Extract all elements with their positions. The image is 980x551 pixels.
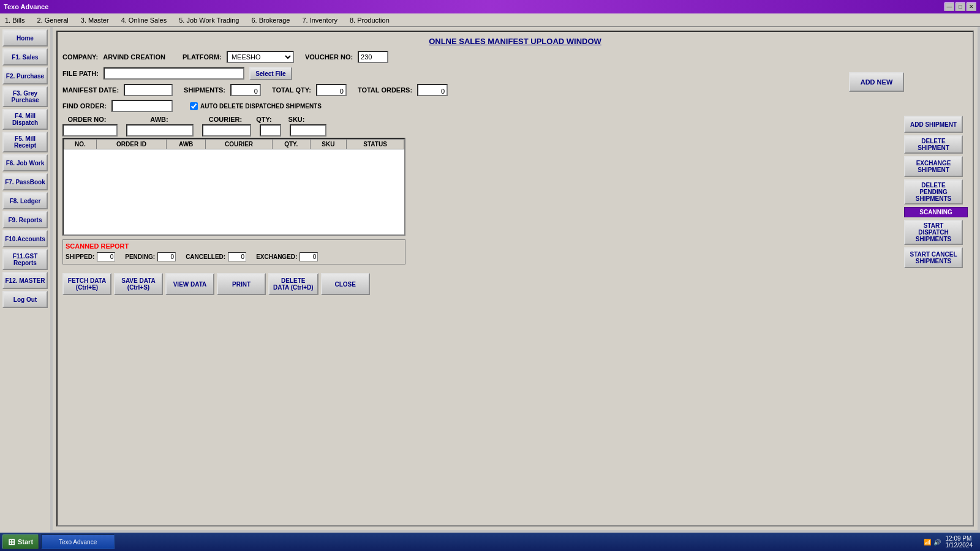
voucher-no-label: VOUCHER NO:	[305, 53, 353, 61]
file-path-label: FILE PATH:	[62, 70, 99, 77]
start-cancel-shipments-button[interactable]: START CANCEL SHIPMENTS	[904, 247, 963, 268]
fetch-data-button[interactable]: FETCH DATA (Ctrl+E)	[62, 273, 111, 295]
add-shipment-button[interactable]: ADD SHIPMENT	[904, 116, 963, 133]
find-order-input[interactable]	[111, 100, 173, 112]
sidebar-btn-f12-master[interactable]: F12. MASTER	[2, 272, 48, 289]
scanned-exchanged-value: 0	[300, 252, 318, 261]
total-qty-label: TOTAL QTY:	[272, 86, 311, 94]
taskbar: ⊞ Start Texo Advance 📶 🔊 12:09 PM 1/12/2…	[0, 533, 980, 551]
view-data-button[interactable]: VIEW DATA	[165, 273, 214, 295]
company-value: ARVIND CREATION	[103, 53, 165, 61]
sidebar-btn-f2-purchase[interactable]: F2. Purchase	[2, 67, 48, 84]
scanned-cancelled: CANCELLED:0	[186, 252, 246, 261]
start-button[interactable]: ⊞ Start	[2, 534, 39, 549]
sidebar: HomeF1. SalesF2. PurchaseF3. Grey Purcha…	[0, 27, 50, 533]
scanned-report-row: SHIPPED:0PENDING:0CANCELLED:0EXCHANGED:0	[66, 252, 402, 261]
taskbar-time: 12:09 PM 1/12/2024	[946, 535, 973, 549]
title-bar: Texo Advance — □ ✕	[0, 0, 980, 13]
sidebar-btn-f4-mill-dispatch[interactable]: F4. Mill Dispatch	[2, 109, 48, 130]
sidebar-btn-f10-accounts[interactable]: F10.Accounts	[2, 230, 48, 247]
courier-input[interactable]	[202, 124, 251, 137]
scanned-report-title: SCANNED REPORT	[66, 242, 402, 250]
manifest-date-input[interactable]	[124, 84, 173, 96]
menu-item-6--brokerage[interactable]: 6. Brokerage	[249, 15, 292, 25]
close-btn[interactable]: ✕	[967, 2, 976, 11]
company-label: COMPANY:	[62, 53, 98, 61]
exchange-shipment-button[interactable]: EXCHANGE SHIPMENT	[904, 156, 963, 177]
title-bar-controls[interactable]: — □ ✕	[944, 2, 976, 11]
total-orders-value: 0	[417, 84, 448, 96]
col-no-: NO.	[64, 140, 97, 149]
main-content: ONLNE SALES MANIFEST UPLOAD WINDOW COMPA…	[53, 27, 978, 530]
taskbar-app-button[interactable]: Texo Advance	[41, 534, 115, 549]
auto-delete-label: AUTO DELETE DISPATCHED SHIPMENTS	[200, 103, 322, 110]
manifest-date-label: MANIFEST DATE:	[62, 86, 119, 94]
sidebar-btn-f9-reports[interactable]: F9. Reports	[2, 211, 48, 228]
sidebar-btn-log-out[interactable]: Log Out	[2, 291, 48, 308]
sku-input[interactable]	[290, 124, 326, 137]
voucher-no-input[interactable]	[358, 51, 388, 63]
auto-delete-checkbox[interactable]	[190, 102, 198, 110]
courier-col-label: COURIER:	[201, 116, 250, 123]
save-data-button[interactable]: SAVE DATA (Ctrl+S)	[114, 273, 163, 295]
scanned-pending-label: PENDING:	[125, 253, 155, 260]
file-path-row: FILE PATH: Select File	[62, 67, 968, 80]
close-button[interactable]: CLOSE	[321, 273, 370, 295]
total-orders-label: TOTAL ORDERS:	[358, 86, 412, 94]
sidebar-btn-home[interactable]: Home	[2, 29, 48, 47]
menu-item-5--job-work-trading[interactable]: 5. Job Work Trading	[176, 15, 241, 25]
scanned-cancelled-value: 0	[228, 252, 246, 261]
shipments-table[interactable]: NO.ORDER IDAWBCOURIERQTY.SKUSTATUS	[62, 138, 405, 236]
shipments-label: SHIPMENTS:	[184, 86, 225, 94]
scanned-pending: PENDING:0	[125, 252, 176, 261]
company-row: COMPANY: ARVIND CREATION PLATFORM: MEESH…	[62, 51, 968, 63]
taskbar-icons: 📶 🔊	[924, 539, 941, 545]
delete-data-button[interactable]: DELETE DATA (Ctrl+D)	[268, 273, 318, 295]
start-dispatch-shipments-button[interactable]: START DISPATCH SHIPMENTS	[904, 220, 963, 245]
minimize-btn[interactable]: —	[944, 2, 954, 11]
menu-item-8--production[interactable]: 8. Production	[347, 15, 392, 25]
network-icon: 📶	[924, 539, 931, 545]
sidebar-btn-f6-job-work[interactable]: F6. Job Work	[2, 154, 48, 171]
scanned-exchanged: EXCHANGED:0	[256, 252, 318, 261]
add-new-button[interactable]: ADD NEW	[849, 72, 904, 92]
col-order-id: ORDER ID	[96, 140, 166, 149]
window-panel: ONLNE SALES MANIFEST UPLOAD WINDOW COMPA…	[56, 31, 974, 527]
scanning-label: SCANNING	[904, 207, 968, 217]
sidebar-btn-f7-passbook[interactable]: F7. PassBook	[2, 173, 48, 190]
menu-item-2--general[interactable]: 2. General	[34, 15, 70, 25]
scanned-cancelled-label: CANCELLED:	[186, 253, 225, 260]
awb-col-label: AWB:	[129, 116, 190, 123]
select-file-button[interactable]: Select File	[249, 67, 292, 80]
sidebar-btn-f11-gst-reports[interactable]: F11.GST Reports	[2, 249, 48, 270]
delete-shipment-button[interactable]: DELETE SHIPMENT	[904, 135, 963, 154]
sidebar-btn-f8-ledger[interactable]: F8. Ledger	[2, 192, 48, 209]
col-awb: AWB	[167, 140, 206, 149]
find-order-row: FIND ORDER: AUTO DELETE DISPATCHED SHIPM…	[62, 100, 968, 112]
menu-item-1--bills[interactable]: 1. Bills	[2, 15, 27, 25]
platform-label: PLATFORM:	[183, 53, 222, 61]
delete-pending-shipments-button[interactable]: DELETE PENDING SHIPMENTS	[904, 179, 963, 204]
shipment-input-row: ORDER NO: AWB: COURIER: QTY: SKU:	[62, 116, 899, 123]
scanned-exchanged-label: EXCHANGED:	[256, 253, 297, 260]
print-button[interactable]: PRINT	[217, 273, 266, 295]
qty-col-label: QTY:	[255, 116, 273, 123]
sidebar-btn-f1-sales[interactable]: F1. Sales	[2, 48, 48, 66]
col-qty-: QTY.	[272, 140, 310, 149]
order-no-col-label: ORDER NO:	[62, 116, 111, 123]
menu-item-3--master[interactable]: 3. Master	[78, 15, 111, 25]
sku-col-label: SKU:	[278, 116, 315, 123]
qty-input[interactable]	[260, 124, 281, 137]
menu-item-4--online-sales[interactable]: 4. Online Sales	[119, 15, 170, 25]
taskbar-right: 📶 🔊 12:09 PM 1/12/2024	[924, 535, 978, 549]
order-no-input[interactable]	[62, 124, 118, 137]
maximize-btn[interactable]: □	[956, 2, 965, 11]
sidebar-btn-f5-mill-receipt[interactable]: F5. Mill Receipt	[2, 132, 48, 152]
stats-row: MANIFEST DATE: SHIPMENTS: 0 TOTAL QTY: 0…	[62, 84, 968, 96]
menu-item-7--inventory[interactable]: 7. Inventory	[300, 15, 339, 25]
sidebar-btn-f3-grey-purchase[interactable]: F3. Grey Purchase	[2, 86, 48, 107]
shipments-value: 0	[230, 84, 261, 96]
awb-input[interactable]	[126, 124, 194, 137]
platform-select[interactable]: MEESHOFLIPKARTAMAZONMYNTRA	[227, 51, 294, 63]
file-path-input[interactable]	[104, 67, 244, 80]
